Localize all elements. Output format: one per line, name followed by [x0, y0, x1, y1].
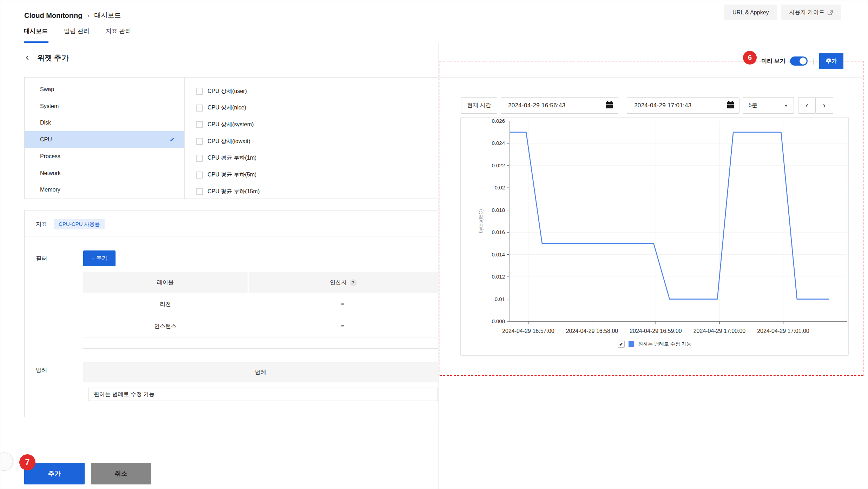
legend-checkbox[interactable]: ✔ [618, 341, 625, 348]
user-guide-button[interactable]: 사용자 가이드 [781, 5, 841, 20]
filter-row: 인스턴스= [83, 315, 438, 337]
y-tick-label: 0.022 [492, 162, 505, 168]
metric-label: CPU 평균 부하(1m) [208, 154, 257, 162]
tab-dashboard[interactable]: 대시보드 [24, 27, 48, 41]
legend-table-bottom-border [83, 406, 438, 406]
metric-checkbox-row[interactable]: CPU 평균 부하(15m) [196, 183, 259, 200]
next-range-button[interactable]: › [815, 97, 833, 114]
chart-legend: ✔ 원하는 범례로 수정 가능 [460, 341, 849, 348]
checkbox-icon[interactable] [196, 88, 203, 95]
filter-col-operator: 연산자 ? [249, 272, 438, 293]
x-tick-label: 2024-04-29 16:58:00 [566, 328, 618, 334]
metric-label: CPU 상세(system) [208, 121, 254, 128]
category-label: Process [40, 153, 60, 160]
current-time-button[interactable]: 현재 시간 [461, 97, 497, 114]
category-item-disk[interactable]: Disk [25, 114, 184, 131]
filter-col-label-text: 레이블 [157, 279, 174, 286]
filter-row: 리전= [83, 293, 438, 315]
calendar-icon[interactable] [727, 101, 734, 110]
footer-divider [24, 447, 438, 447]
category-label: Network [40, 170, 61, 176]
legend-color-swatch [629, 341, 634, 347]
header-actions: URL & Appkey 사용자 가이드 [724, 5, 841, 20]
page: Cloud Monitoring › 대시보드 URL & Appkey 사용자… [0, 0, 868, 489]
y-axis-title: bytes(IEC) [478, 209, 484, 233]
category-item-network[interactable]: Network [25, 165, 184, 182]
legend-table-header: 범례 [83, 362, 438, 382]
calendar-icon[interactable] [606, 101, 613, 110]
tab-bar: 대시보드 알림 관리 지표 관리 [24, 27, 131, 41]
breadcrumb-service[interactable]: Cloud Monitoring [24, 12, 83, 20]
end-datetime-field[interactable]: 2024-04-29 17:01:43 [627, 97, 739, 114]
category-item-swap[interactable]: Swap [25, 81, 184, 98]
category-item-system[interactable]: System [25, 98, 184, 115]
x-tick-label: 2024-04-29 16:57:00 [502, 328, 554, 334]
tab-metrics[interactable]: 지표 관리 [106, 27, 131, 41]
line-chart: 0.0260.0240.0220.020.0180.0160.0140.0120… [461, 118, 849, 356]
user-guide-label: 사용자 가이드 [789, 9, 824, 16]
preview-header-border [440, 77, 863, 78]
breadcrumb-page: 대시보드 [94, 11, 121, 20]
filter-table: 레이블 연산자 ? 리전=인스턴스= [83, 272, 438, 349]
widget-add-title: ‹ 위젯 추가 [26, 53, 69, 63]
filter-col-label: 레이블 [83, 272, 248, 293]
filter-col-operator-text: 연산자 [330, 279, 347, 286]
category-item-memory[interactable]: Memory [25, 181, 184, 198]
filter-row-label: 인스턴스 [83, 315, 248, 337]
filter-rows: 리전=인스턴스= [83, 293, 438, 337]
legend-series-label: 원하는 범례로 수정 가능 [638, 341, 691, 347]
y-tick-label: 0.012 [492, 274, 505, 280]
metric-checkbox-row[interactable]: CPU 상세(iowait) [196, 133, 250, 150]
category-item-cpu[interactable]: CPU✔ [25, 131, 184, 148]
x-tick-label: 2024-04-29 17:00:00 [693, 328, 746, 334]
add-filter-button[interactable]: + 추가 [83, 250, 116, 266]
y-tick-label: 0.014 [492, 252, 505, 257]
start-datetime-field[interactable]: 2024-04-29 16:56:43 [501, 97, 618, 114]
external-link-icon [828, 10, 833, 15]
metric-tag[interactable]: CPU-CPU 사용률 [54, 219, 105, 229]
interval-value: 5분 [749, 102, 757, 109]
y-tick-label: 0.018 [492, 207, 505, 213]
filter-table-header: 레이블 연산자 ? [83, 272, 438, 293]
checkbox-icon[interactable] [196, 121, 203, 128]
checkbox-icon[interactable] [196, 155, 203, 162]
prev-range-button[interactable]: ‹ [798, 97, 816, 114]
help-icon[interactable]: ? [350, 279, 357, 286]
metric-checkbox-row[interactable]: CPU 상세(user) [196, 83, 247, 100]
filter-row-operator: = [248, 315, 438, 337]
checkbox-icon[interactable] [196, 105, 203, 112]
legend-input[interactable] [88, 388, 438, 401]
metric-checkbox-row[interactable]: CPU 상세(nice) [196, 100, 246, 116]
metric-label: 지표 [36, 221, 47, 228]
interval-select[interactable]: 5분 ▼ [743, 97, 794, 114]
metric-label: CPU 평균 부하(15m) [208, 188, 259, 195]
chevron-down-icon: ▼ [784, 103, 788, 108]
metric-checkbox-row[interactable]: CPU 상세(system) [196, 116, 254, 133]
tab-alerts[interactable]: 알림 관리 [64, 27, 90, 41]
preview-toggle[interactable] [790, 56, 808, 66]
step-badge-6: 6 [743, 51, 757, 65]
back-icon[interactable]: ‹ [26, 52, 29, 62]
y-tick-label: 0.02 [495, 185, 505, 190]
filter-row-label: 리전 [83, 293, 248, 315]
page-title: 위젯 추가 [37, 53, 69, 63]
preview-add-button[interactable]: 추가 [819, 53, 843, 69]
x-tick-label: 2024-04-29 16:59:00 [630, 328, 682, 334]
checkbox-icon[interactable] [196, 138, 203, 145]
start-datetime-value: 2024-04-29 16:56:43 [508, 102, 566, 109]
drawer-handle[interactable] [0, 453, 13, 471]
metric-checkbox-row[interactable]: CPU 평균 부하(1m) [196, 150, 257, 167]
widget-selector: SwapSystemDiskCPU✔ProcessNetworkMemory C… [24, 77, 438, 199]
url-appkey-button[interactable]: URL & Appkey [724, 5, 777, 20]
checkbox-icon[interactable] [196, 188, 203, 195]
checkbox-icon[interactable] [196, 172, 203, 179]
metric-section-border [25, 236, 438, 236]
category-item-process[interactable]: Process [25, 148, 184, 165]
metric-label: CPU 상세(iowait) [208, 138, 250, 145]
x-tick-label: 2024-04-29 17:01:00 [757, 328, 809, 334]
y-tick-label: 0.026 [492, 118, 505, 124]
metric-label: CPU 평균 부하(5m) [208, 171, 257, 179]
category-divider [184, 78, 185, 199]
metric-checkbox-row[interactable]: CPU 평균 부하(5m) [196, 167, 257, 183]
cancel-button[interactable]: 취소 [91, 463, 151, 484]
